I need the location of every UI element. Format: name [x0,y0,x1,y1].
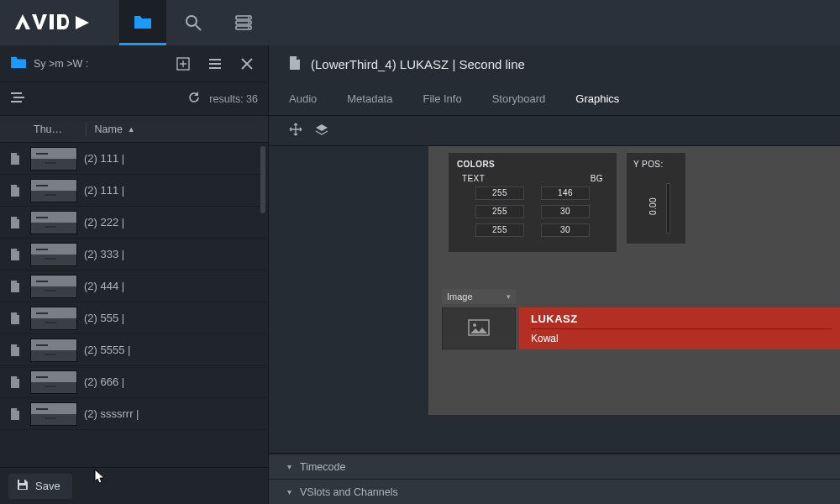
nav-search-button[interactable] [170,0,217,45]
asset-type-icon [0,408,30,420]
save-label: Save [35,480,60,492]
bg-color-value[interactable]: 30 [541,205,590,218]
svg-point-8 [248,27,249,29]
section-timecode[interactable]: ▾ Timecode [269,454,840,479]
svg-rect-0 [50,14,54,29]
browser-list: (2) 111 |(2) 111 |(2) 222 |(2) 333 |(2) … [0,143,268,467]
list-item[interactable]: (2) 333 | [0,239,268,270]
list-item[interactable]: (2) 222 | [0,207,268,239]
image-placeholder-icon [468,319,490,339]
asset-type-icon [0,185,30,197]
thumbnail [30,275,77,298]
folder-icon [10,55,27,71]
svg-rect-20 [19,480,24,483]
bg-color-value[interactable]: 30 [541,223,590,237]
tree-toggle-icon[interactable] [10,92,25,106]
nav-files-button[interactable] [119,0,166,45]
top-bar [0,0,840,45]
section-vslots[interactable]: ▾ VSlots and Channels [269,479,840,504]
text-color-value[interactable]: 255 [475,223,524,237]
svg-point-6 [248,17,249,18]
browser-footer: Save [0,467,268,504]
graphics-canvas-area: COLORS TEXT BG 2551462553025530 Y POS: 0… [269,146,840,504]
browser-meta-row: results: 36 [0,82,268,116]
avid-logo [15,13,91,33]
svg-point-7 [248,22,249,24]
list-item[interactable]: (2) 111 | [0,143,268,175]
image-slot[interactable] [442,307,516,349]
text-color-value[interactable]: 255 [475,205,524,218]
list-item[interactable]: (2) 5555 | [0,334,268,366]
lowerthird-line1: LUKASZ [531,312,832,325]
thumbnail [30,402,77,426]
thumbnail [30,307,77,330]
bg-col-label: BG [591,174,603,183]
asset-type-icon [0,376,30,388]
tab-audio[interactable]: Audio [289,92,317,105]
svg-rect-21 [19,486,26,489]
ypos-label: Y POS: [633,160,679,169]
thumbnail [30,370,77,394]
svg-point-23 [473,323,476,327]
asset-type-icon [0,249,30,260]
browser-scrollbar[interactable] [260,146,265,213]
browser-columns-header: Thu… Name ▲ [0,116,268,143]
tab-storyboard[interactable]: Storyboard [492,92,546,105]
thumbnail [30,147,77,171]
asset-type-icon [0,153,30,165]
item-name: (2) 444 | [82,280,268,292]
tab-metadata[interactable]: Metadata [347,92,392,105]
thumbnail [30,339,77,362]
asset-type-icon [0,281,30,292]
layers-tool-icon[interactable] [314,123,329,138]
refresh-button[interactable] [187,91,201,107]
item-name: (2) 666 | [82,375,268,388]
colors-heading: COLORS [457,160,608,169]
lowerthird-preview[interactable]: LUKASZ Kowal [519,307,840,349]
graphics-toolbar [269,116,840,146]
item-name: (2) 333 | [82,248,268,260]
col-name[interactable]: Name ▲ [87,123,268,135]
chevron-down-icon: ▾ [287,487,291,496]
asset-tabs: Audio Metadata File Info Storyboard Grap… [269,82,840,116]
list-item[interactable]: (2) ssssrrr | [0,398,268,430]
tab-graphics[interactable]: Graphics [575,92,619,105]
save-icon [17,479,29,493]
svg-line-2 [196,25,201,30]
lowerthird-line2: Kowal [531,333,832,344]
detail-panel: (LowerThird_4) LUKASZ | Second line Audi… [269,45,840,504]
add-panel-button[interactable] [171,51,196,76]
image-dropdown[interactable]: Image [442,289,516,304]
results-label: results: 36 [209,93,258,105]
ypos-value: 0.00 [648,197,658,215]
list-item[interactable]: (2) 555 | [0,302,268,334]
close-panel-button[interactable] [234,51,260,76]
asset-type-icon [0,312,30,324]
list-item[interactable]: (2) 666 | [0,366,268,398]
col-thumb[interactable]: Thu… [30,123,86,135]
item-name: (2) 111 | [82,152,268,165]
move-tool-icon[interactable] [289,123,302,139]
thumbnail [30,179,77,202]
ypos-slider[interactable] [666,183,670,234]
tab-fileinfo[interactable]: File Info [423,92,461,105]
save-button[interactable]: Save [8,474,72,499]
item-name: (2) 222 | [82,216,268,228]
thumbnail [30,211,77,234]
text-color-value[interactable]: 255 [475,186,524,200]
nav-servers-button[interactable] [220,0,267,45]
list-item[interactable]: (2) 111 | [0,175,268,207]
asset-title-row: (LowerThird_4) LUKASZ | Second line [269,45,840,82]
item-name: (2) ssssrrr | [82,407,268,420]
browser-panel: Sy >m >W : results: 36 [0,45,269,504]
color-properties-box: COLORS TEXT BG 2551462553025530 [449,153,617,252]
breadcrumb[interactable]: Sy >m >W : [34,58,88,70]
list-mode-button[interactable] [202,51,228,76]
list-item[interactable]: (2) 444 | [0,270,268,302]
bg-color-value[interactable]: 146 [541,186,590,200]
asset-icon [289,56,301,72]
main-area: Sy >m >W : results: 36 [0,45,840,504]
breadcrumb-row: Sy >m >W : [0,45,268,82]
item-name: (2) 5555 | [82,344,268,356]
asset-type-icon [0,344,30,356]
